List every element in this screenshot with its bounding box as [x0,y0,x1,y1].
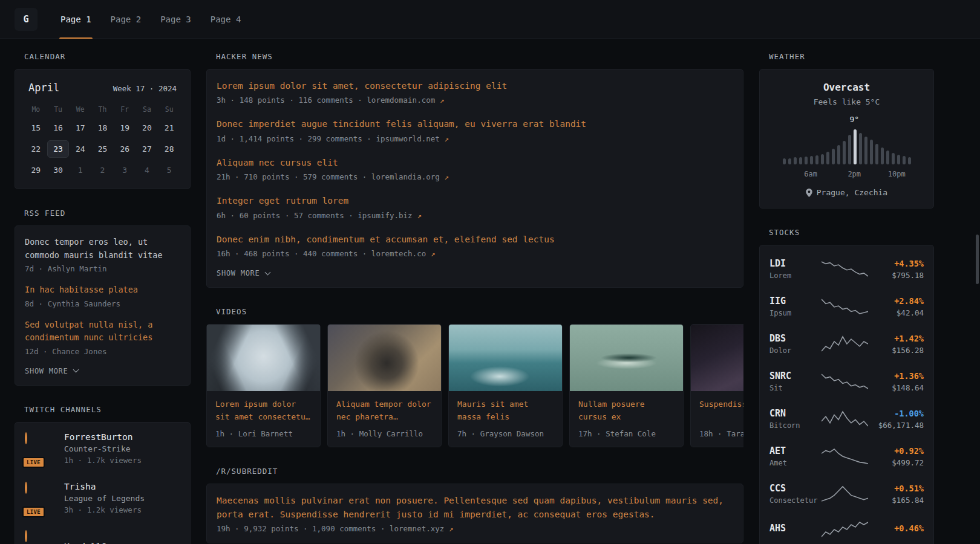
calendar-day: 17 [69,119,91,137]
rss-section-title: RSS FEED [24,209,191,218]
middle-column: HACKER NEWS Lorem ipsum dolor sit amet, … [206,52,743,544]
topbar: G Page 1 Page 2 Page 3 Page 4 [0,0,980,39]
time-label: 2pm [848,170,861,178]
location-pin-icon [806,189,812,197]
stock-name: Ipsum [769,309,817,317]
tab-page-3[interactable]: Page 3 [151,0,201,39]
video-body: Nullam posuere cursus ex 17h · Stefan Co… [570,391,683,447]
stock-change: +0.92% [873,446,924,456]
stock-row[interactable]: SNRC Sit +1.36% $148.64 [769,363,924,400]
stock-name: Sit [769,384,817,392]
stock-row[interactable]: LDI Lorem +4.35% $795.18 [769,250,924,288]
calendar-day: 20 [136,119,158,137]
twitch-channel[interactable]: KendallCarr [25,531,180,544]
calendar-day-next-month: 3 [114,161,136,179]
tab-page-4[interactable]: Page 4 [201,0,251,39]
subreddit-widget: /R/SUBREDDIT Maecenas mollis pulvinar er… [206,467,743,543]
channel-meta: 1h · 1.7k viewers [64,456,142,465]
avatar [25,530,27,542]
avatar-wrap: LIVE [25,433,55,464]
calendar-day-next-month: 5 [158,161,180,179]
hn-item-link[interactable]: Donec enim nibh, condimentum et accumsan… [217,233,733,246]
twitch-channel[interactable]: LIVE ForrestBurton Counter-Strike 1h · 1… [25,432,180,465]
weather-bar [821,154,824,164]
day-header: Sa [136,102,158,119]
calendar-week-year: Week 17 · 2024 [113,84,177,93]
stock-row[interactable]: DBS Dolor +1.42% $156.28 [769,325,924,363]
stock-change: +0.46% [873,523,924,533]
video-card[interactable]: Lorem ipsum dolor sit amet consectetu… 1… [206,324,321,447]
hn-item-link[interactable]: Donec imperdiet augue tincidunt felis al… [217,117,733,131]
external-link-icon: ↗ [440,96,445,105]
subreddit-section-title: /R/SUBREDDIT [216,467,743,476]
stock-price: $42.04 [873,308,924,317]
video-card[interactable]: Nullam posuere cursus ex 17h · Stefan Co… [569,324,684,447]
weather-bar [854,129,857,164]
stock-values: -1.00% $66,171.48 [873,409,924,430]
stock-row[interactable]: AHS +0.46% [769,513,924,544]
stock-id: IIG Ipsum [769,296,817,317]
hn-show-more-button[interactable]: SHOW MORE [217,269,270,277]
show-more-label: SHOW MORE [217,269,260,277]
rss-item-link[interactable]: Sed volutpat nulla nisl, a condimentum n… [25,319,180,345]
weather-bar [886,151,889,164]
weather-bar [788,158,791,164]
weather-bar [908,157,911,164]
rss-show-more-button[interactable]: SHOW MORE [25,367,78,375]
weather-card: Overcast Feels like 5°C 9° 6am 2pm 10pm … [759,69,934,209]
hn-item: Lorem ipsum dolor sit amet, consectetur … [217,79,733,105]
rss-item-meta: 7d · Ashlyn Martin [25,264,180,273]
video-card[interactable]: Suspendisse diam 18h · Tara [690,324,743,447]
tab-page-1[interactable]: Page 1 [51,0,101,39]
video-body: Aliquam tempor dolor nec pharetra… 1h · … [328,391,441,447]
weather-bar [859,133,862,164]
video-title: Aliquam tempor dolor nec pharetra… [336,398,433,424]
video-title: Nullam posuere cursus ex [578,398,675,424]
rss-item-link[interactable]: Donec tempor eros leo, ut commodo mauris… [25,236,180,262]
app-logo[interactable]: G [15,8,38,31]
weather-bar [892,153,895,164]
stock-row[interactable]: IIG Ipsum +2.84% $42.04 [769,288,924,325]
scrollbar-thumb[interactable] [976,235,979,284]
stock-change: +2.84% [873,296,924,306]
external-link-icon: ↗ [444,134,449,143]
rss-item-link[interactable]: In hac habitasse platea [25,283,180,297]
hn-item-link[interactable]: Lorem ipsum dolor sit amet, consectetur … [217,79,733,92]
tab-page-2[interactable]: Page 2 [101,0,151,39]
stock-price: $795.18 [873,271,924,280]
stock-values: +2.84% $42.04 [873,296,924,317]
calendar-day: 22 [25,140,47,158]
hn-item-link[interactable]: Integer eget rutrum lorem [217,194,733,207]
stock-row[interactable]: CRN Bitcorn -1.00% $66,171.48 [769,400,924,438]
video-card[interactable]: Mauris sit amet massa felis 7h · Grayson… [448,324,563,447]
avatar [25,432,27,444]
stock-values: +0.92% $499.72 [873,446,924,467]
stock-row[interactable]: CCS Consectetur +0.51% $165.84 [769,475,924,513]
stock-price: $66,171.48 [873,421,924,430]
twitch-channel[interactable]: LIVE Trisha League of Legends 3h · 1.2k … [25,482,180,514]
subreddit-post-link[interactable]: Maecenas mollis pulvinar erat non posuer… [217,494,733,521]
left-column: CALENDAR April Week 17 · 2024 Mo Tu We T… [15,52,191,544]
hn-item: Donec imperdiet augue tincidunt felis al… [217,117,733,143]
video-body: Mauris sit amet massa felis 7h · Grayson… [449,391,562,447]
calendar-day: 18 [91,119,114,137]
stock-values: +1.42% $156.28 [873,334,924,355]
stocks-section-title: STOCKS [769,228,934,237]
video-card[interactable]: Aliquam tempor dolor nec pharetra… 1h · … [327,324,442,447]
stock-id: CCS Consectetur [769,483,817,505]
video-body: Suspendisse diam 18h · Tara [691,391,743,447]
hn-item-link[interactable]: Aliquam nec cursus elit [217,156,733,169]
day-header: Mo [25,102,47,119]
video-thumbnail [207,325,320,391]
weather-bar [832,149,835,164]
video-title: Lorem ipsum dolor sit amet consectetu… [215,398,312,424]
stock-row[interactable]: AET Amet +0.92% $499.72 [769,438,924,475]
hn-item: Aliquam nec cursus elit 21h · 710 points… [217,156,733,181]
calendar-day: 26 [114,140,136,158]
rss-card: Donec tempor eros leo, ut commodo mauris… [15,225,191,386]
stock-change: -1.00% [873,409,924,418]
channel-info: Trisha League of Legends 3h · 1.2k viewe… [64,482,145,514]
day-header: We [69,102,91,119]
calendar-day-selected: 23 [47,140,70,158]
weather-feels-like: Feels like 5°C [769,97,924,106]
